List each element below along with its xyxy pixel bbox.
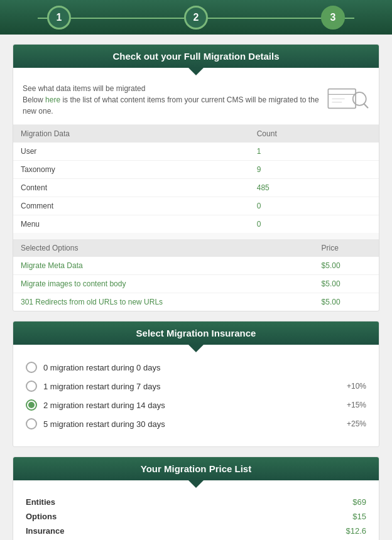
radio-2-inner — [28, 402, 35, 408]
table-row: Content 485 — [13, 179, 379, 197]
option-meta-price: $5.00 — [314, 257, 379, 275]
price-list-content: Entities $69 Options $15 Insurance $12.6… — [13, 488, 379, 540]
radio-0[interactable] — [26, 362, 37, 373]
migration-details-box: Check out your Full Migration Details Se… — [13, 44, 379, 311]
migration-details-header: Check out your Full Migration Details — [13, 45, 379, 68]
col-count: Count — [249, 125, 379, 143]
table-spacer — [13, 233, 379, 239]
migration-icon — [325, 83, 369, 114]
insurance-options: 0 migration restart during 0 days 1 migr… — [13, 352, 379, 446]
radio-3[interactable] — [26, 418, 37, 429]
table-row: Migrate Meta Data $5.00 — [13, 257, 379, 275]
row-content-label: Content — [13, 179, 249, 197]
option-images-link[interactable]: Migrate images to content body — [21, 279, 126, 288]
option-images-price: $5.00 — [314, 275, 379, 293]
steps-bar: 1 2 3 — [0, 0, 392, 35]
desc-line1: See what data items will be migrated — [23, 83, 319, 94]
col-price-header: Price — [314, 239, 379, 257]
radio-1-percent: +10% — [347, 382, 366, 391]
main-content: Check out your Full Migration Details Se… — [0, 35, 392, 540]
entities-label: Entities — [26, 497, 55, 507]
insurance-amount: $12.6 — [346, 526, 366, 536]
radio-1-label: 1 migration restart during 7 days — [43, 382, 160, 391]
row-comment-label: Comment — [13, 197, 249, 215]
table-row: Comment 0 — [13, 197, 379, 215]
step-3[interactable]: 3 — [321, 6, 345, 30]
header-arrow — [188, 68, 204, 75]
desc-line2: Below here is the list of what content i… — [23, 94, 319, 117]
price-row-options: Options $15 — [26, 512, 366, 521]
options-label: Options — [26, 512, 57, 521]
price-list-arrow — [188, 480, 204, 488]
price-list-header: Your Migration Price List — [13, 457, 379, 480]
insurance-option-1[interactable]: 1 migration restart during 7 days +10% — [26, 381, 366, 392]
price-list-box: Your Migration Price List Entities $69 O… — [13, 456, 379, 540]
insurance-box: Select Migration Insurance 0 migration r… — [13, 321, 379, 447]
insurance-header: Select Migration Insurance — [13, 321, 379, 345]
here-link[interactable]: here — [45, 95, 60, 104]
row-taxonomy-count: 9 — [249, 161, 379, 179]
table-row: User 1 — [13, 143, 379, 161]
insurance-option-3[interactable]: 5 migration restart during 30 days +25% — [26, 418, 366, 429]
col-migration-data: Migration Data — [13, 125, 249, 143]
price-row-insurance: Insurance $12.6 — [26, 526, 366, 536]
migration-description: See what data items will be migrated Bel… — [13, 75, 379, 125]
table-row: Taxonomy 9 — [13, 161, 379, 179]
option-redirects-price: $5.00 — [314, 293, 379, 311]
row-comment-count: 0 — [249, 197, 379, 215]
row-menu-label: Menu — [13, 215, 249, 234]
step-2[interactable]: 2 — [184, 6, 208, 30]
selected-options-table: Selected Options Price Migrate Meta Data… — [13, 239, 379, 311]
options-amount: $15 — [352, 512, 366, 521]
table-row: Menu 0 — [13, 215, 379, 234]
radio-2-percent: +15% — [347, 401, 366, 409]
radio-2[interactable] — [26, 399, 37, 411]
row-user-count: 1 — [249, 143, 379, 161]
row-content-count: 485 — [249, 179, 379, 197]
table-row: Migrate images to content body $5.00 — [13, 275, 379, 293]
row-user-label: User — [13, 143, 249, 161]
svg-line-5 — [364, 104, 368, 107]
entities-amount: $69 — [352, 497, 366, 507]
radio-2-label: 2 migration restart during 14 days — [43, 401, 165, 410]
migration-data-table: Migration Data Count User 1 Taxonomy 9 C… — [13, 125, 379, 233]
option-redirects-link[interactable]: 301 Redirects from old URLs to new URLs — [21, 298, 163, 306]
price-row-entities: Entities $69 — [26, 497, 366, 507]
insurance-option-0[interactable]: 0 migration restart during 0 days — [26, 362, 366, 373]
option-meta-link[interactable]: Migrate Meta Data — [21, 261, 83, 270]
radio-3-label: 5 migration restart during 30 days — [43, 419, 165, 429]
insurance-label: Insurance — [26, 526, 64, 536]
step-1[interactable]: 1 — [47, 6, 71, 30]
radio-1[interactable] — [26, 381, 37, 392]
col-selected-options: Selected Options — [13, 239, 314, 257]
row-taxonomy-label: Taxonomy — [13, 161, 249, 179]
radio-3-percent: +25% — [347, 419, 366, 428]
row-menu-count: 0 — [249, 215, 379, 234]
table-row: 301 Redirects from old URLs to new URLs … — [13, 293, 379, 311]
radio-0-label: 0 migration restart during 0 days — [43, 363, 160, 372]
insurance-option-2[interactable]: 2 migration restart during 14 days +15% — [26, 399, 366, 411]
insurance-arrow — [188, 345, 204, 352]
